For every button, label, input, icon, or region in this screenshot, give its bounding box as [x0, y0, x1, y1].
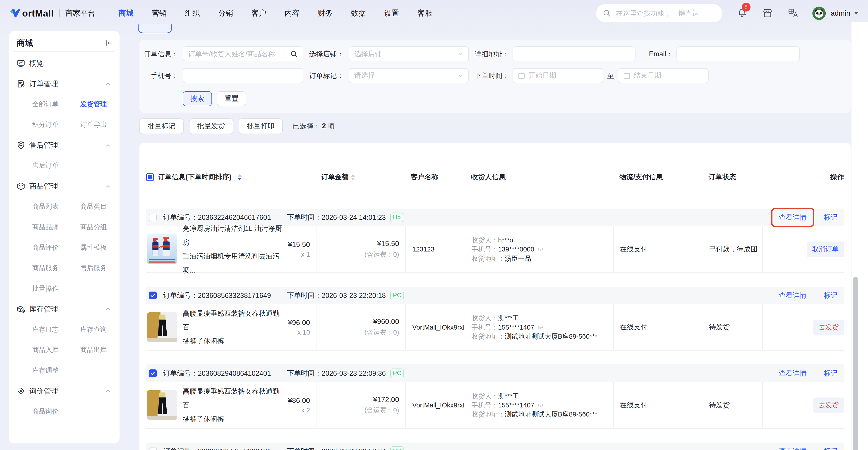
- eye-closed-icon[interactable]: [537, 247, 544, 252]
- end-date-picker[interactable]: 结束日期: [618, 68, 709, 83]
- product-image[interactable]: [147, 312, 177, 342]
- chevron-up-icon[interactable]: [104, 141, 112, 149]
- batch-print-button[interactable]: 批量打印: [239, 118, 283, 134]
- order-info-input[interactable]: [183, 47, 285, 61]
- sidebar-subitem-3-2[interactable]: 商品品牌: [32, 217, 81, 237]
- sort-icon[interactable]: [238, 174, 242, 180]
- scrollbar-thumb[interactable]: [853, 277, 858, 450]
- chevron-up-icon[interactable]: [104, 183, 112, 190]
- sidebar-subitem-4-4[interactable]: 库存调整: [32, 360, 81, 381]
- product-name[interactable]: 高腰显瘦垂感西装裤女春秋通勤百搭裤子休闲裤: [183, 384, 286, 426]
- sort-icon[interactable]: [351, 174, 355, 180]
- chevron-up-icon[interactable]: [104, 305, 112, 313]
- sidebar-subitem-2-0[interactable]: 售后订单: [32, 156, 81, 176]
- selected-count: 2: [322, 122, 326, 130]
- sidebar-subitem-4-3[interactable]: 商品出库: [81, 340, 113, 360]
- sidebar-item-0[interactable]: 概览: [17, 53, 113, 73]
- nav-item-0[interactable]: 商城: [118, 8, 133, 18]
- sidebar-group-3[interactable]: 商品管理: [17, 176, 113, 196]
- sidebar-subitem-3-3[interactable]: 商品分组: [81, 217, 113, 237]
- batch-mark-button[interactable]: 批量标记: [140, 118, 184, 134]
- mark-link-0[interactable]: 标记: [824, 213, 837, 222]
- order-mark-select[interactable]: 请选择: [349, 68, 469, 83]
- phone-input[interactable]: [183, 68, 303, 83]
- start-date-picker[interactable]: 开始日期: [513, 68, 603, 83]
- view-detail-link-3[interactable]: 查看详情: [779, 447, 806, 450]
- sidebar-subitem-3-4[interactable]: 商品评价: [32, 237, 81, 258]
- view-detail-link-1[interactable]: 查看详情: [779, 291, 806, 299]
- table-header: 订单信息(下单时间排序)订单金额客户名称收货人信息物流/支付信息订单状态操作: [146, 166, 844, 188]
- receiver-cell: 收货人：h***o手机号：139****0000收货地址：汤臣一品: [464, 226, 613, 272]
- order-action-button-0[interactable]: 取消订单: [807, 242, 844, 257]
- sidebar-subitem-1-1[interactable]: 发货管理: [81, 94, 113, 115]
- collapse-sidebar-icon[interactable]: [104, 39, 113, 47]
- sidebar-subitem-4-1[interactable]: 库存查询: [81, 319, 113, 340]
- address-input[interactable]: [513, 46, 636, 61]
- column-header-1[interactable]: 订单信息(下单时间排序): [146, 172, 316, 182]
- channel-badge: PC: [390, 446, 404, 450]
- view-detail-link-0[interactable]: 查看详情: [779, 213, 806, 222]
- mark-link-1[interactable]: 标记: [824, 291, 837, 300]
- order-checkbox-0[interactable]: [149, 214, 157, 221]
- sidebar-subitem-3-0[interactable]: 商品列表: [32, 196, 81, 217]
- link-wrap: 查看详情: [779, 369, 806, 378]
- sidebar-subgroup-1: 全部订单发货管理积分订单订单导出: [32, 94, 113, 135]
- column-label: 操作: [830, 172, 844, 182]
- reset-button[interactable]: 重置: [217, 91, 246, 106]
- sidebar-subitem-1-0[interactable]: 全部订单: [32, 94, 81, 115]
- sidebar-subitem-3-5[interactable]: 属性模板: [81, 237, 113, 258]
- order-group-0: 订单编号：2036322462046617601下单时间：2026-03-24 …: [146, 209, 844, 273]
- brand-text: ortMall: [22, 8, 54, 19]
- sidebar-group-1[interactable]: 订单管理: [17, 73, 113, 94]
- order-checkbox-1[interactable]: [149, 292, 157, 299]
- sidebar-subitem-1-2[interactable]: 积分订单: [32, 115, 81, 135]
- sidebar: 商城 概览订单管理全部订单发货管理积分订单订单导出售后管理售后订单商品管理商品列…: [9, 31, 120, 444]
- sidebar-group-5[interactable]: 询价管理: [17, 381, 113, 401]
- scrollbar-track[interactable]: [851, 22, 868, 450]
- column-header-2[interactable]: 订单金额: [316, 172, 405, 182]
- mark-link-3[interactable]: 标记: [824, 447, 837, 450]
- product-image[interactable]: [147, 234, 177, 264]
- sidebar-group-4[interactable]: 库存管理: [17, 299, 113, 319]
- order-meta-bar: 订单编号：2036082940864102401下单时间：2026-03-23 …: [146, 364, 844, 382]
- sidebar-subitem-4-2[interactable]: 商品入库: [32, 340, 81, 360]
- sidebar-subgroup-3: 商品列表商品类目商品品牌商品分组商品评价属性模板商品服务售后服务批量操作: [32, 196, 113, 299]
- sidebar-group-2[interactable]: 售后管理: [17, 135, 113, 155]
- order-mark-label: 订单标记：: [300, 68, 344, 83]
- sidebar-subitem-3-6[interactable]: 商品服务: [32, 258, 81, 278]
- email-input[interactable]: [677, 46, 800, 61]
- address-label: 详细地址：: [470, 46, 509, 61]
- product-image[interactable]: [147, 390, 177, 420]
- chevron-up-icon[interactable]: [104, 80, 112, 88]
- search-button[interactable]: 搜索: [183, 91, 212, 106]
- column-header-6: 订单状态: [702, 172, 762, 182]
- shop-select[interactable]: 选择店铺: [349, 46, 469, 61]
- orders-table: 订单信息(下单时间排序)订单金额客户名称收货人信息物流/支付信息订单状态操作 订…: [140, 143, 851, 450]
- select-all-checkbox[interactable]: [146, 173, 154, 181]
- order-action-button-2[interactable]: 去发货: [813, 397, 844, 413]
- sidebar-subitem-5-0[interactable]: 商品询价: [32, 401, 81, 421]
- order-action-button-1[interactable]: 去发货: [813, 320, 844, 335]
- sidebar-subitem-3-1[interactable]: 商品类目: [81, 196, 113, 217]
- brand-logo[interactable]: ortMall 商家平台: [9, 7, 95, 20]
- order-checkbox-3[interactable]: [149, 448, 157, 450]
- mark-link-2[interactable]: 标记: [824, 369, 837, 378]
- batch-ship-button[interactable]: 批量发货: [189, 118, 233, 134]
- chevron-up-icon[interactable]: [104, 387, 112, 395]
- sidebar-subitem-3-8[interactable]: 批量操作: [32, 279, 81, 299]
- product-name[interactable]: 亮净厨房油污清洁剂1L 油污净厨房重油污油烟机专用清洗剂去油污喷...: [183, 222, 286, 277]
- sidebar-subitem-3-7[interactable]: 售后服务: [81, 258, 113, 278]
- partial-tab-fragment[interactable]: [138, 25, 172, 33]
- amount-cell: ¥15.50(含运费：0): [316, 226, 405, 272]
- order-checkbox-2[interactable]: [149, 369, 157, 377]
- view-detail-link-2[interactable]: 查看详情: [779, 369, 806, 377]
- sidebar-subitem-1-3[interactable]: 订单导出: [81, 115, 113, 135]
- order-mark-placeholder: 请选择: [354, 71, 457, 80]
- sidebar-subitem-4-0[interactable]: 库存日志: [32, 319, 81, 340]
- product-name[interactable]: 高腰显瘦垂感西装裤女春秋通勤百搭裤子休闲裤: [183, 307, 286, 348]
- eye-closed-icon[interactable]: [537, 403, 544, 408]
- main-content: 订单信息： 选择店铺： 选择店铺 详细地址： Email： 手机号： 订单标记：…: [140, 0, 851, 450]
- product-icon: [17, 182, 25, 191]
- eye-closed-icon[interactable]: [537, 325, 544, 330]
- calendar-icon: [518, 72, 525, 79]
